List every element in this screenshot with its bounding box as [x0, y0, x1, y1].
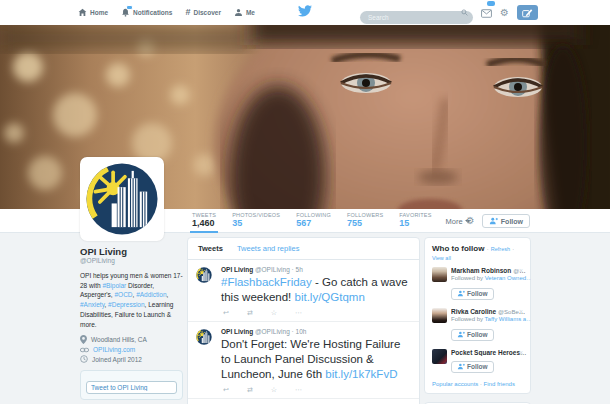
suggestion-follow-button[interactable]: Follow — [451, 329, 494, 341]
retweet-icon[interactable]: ⇄ — [247, 309, 253, 317]
tweet-author-handle[interactable]: @OPILiving — [255, 328, 290, 335]
view-all-link[interactable]: View all — [432, 255, 451, 261]
followed-by-account-link[interactable]: Veteran Owned… — [485, 275, 531, 281]
profile-actions-gear-icon[interactable]: ⚙ — [466, 216, 475, 226]
tweet-avatar[interactable] — [196, 329, 212, 345]
discover-hash-icon: # — [185, 8, 190, 17]
tweet-actions: ↩ ⇄ ☆ ⋯ — [223, 386, 409, 394]
favorite-icon[interactable]: ☆ — [271, 309, 277, 317]
dismiss-suggestion-icon[interactable]: × — [519, 308, 523, 315]
dismiss-suggestion-icon[interactable]: × — [519, 349, 523, 356]
follow-button-label: Follow — [501, 218, 523, 225]
stat-followers-value: 755 — [347, 218, 383, 229]
followed-by-text: Followed by — [451, 275, 485, 281]
separator-dot: · — [487, 246, 489, 252]
stat-followers[interactable]: FOLLOWERS 755 — [345, 209, 385, 233]
tweet-avatar[interactable] — [196, 267, 212, 283]
tweet-author-name[interactable]: OPI Living — [221, 266, 253, 273]
tweet[interactable]: OPI Living @OPILiving · 5h #FlashbackFri… — [188, 260, 419, 322]
retweet-icon[interactable]: ⇄ — [247, 386, 253, 394]
suggestion-name[interactable]: Markham Robinson — [451, 267, 511, 274]
search-icon — [461, 9, 468, 16]
nav-discover[interactable]: # Discover — [185, 8, 220, 17]
location-pin-icon — [80, 335, 87, 344]
tweet-hashtag[interactable]: #FlashbackFriday — [221, 276, 312, 288]
tweet-to-input[interactable] — [86, 381, 177, 394]
bio-hashtag-anxiety[interactable]: #Anxiety — [80, 301, 104, 308]
nav-me-label: Me — [246, 9, 255, 16]
bio-hashtag-ocd[interactable]: #OCD — [114, 291, 132, 298]
refresh-link[interactable]: Refresh — [491, 246, 510, 252]
suggestion-avatar[interactable] — [432, 349, 447, 364]
stat-tweets-value: 1,460 — [192, 218, 216, 229]
who-to-follow-card: Who to follow · Refresh · View all × Mar… — [424, 237, 531, 394]
more-actions-icon[interactable]: ⋯ — [295, 386, 302, 394]
twitter-bird-logo[interactable] — [298, 5, 312, 17]
stat-favorites-value: 15 — [399, 218, 431, 229]
reply-icon[interactable]: ↩ — [223, 309, 229, 317]
tweet-timestamp[interactable]: · 10h — [292, 328, 307, 335]
nav-home[interactable]: Home — [78, 8, 108, 17]
profile-handle[interactable]: @OPILiving — [80, 257, 183, 264]
tweet-link[interactable]: bit.ly/QGtqmn — [295, 291, 365, 303]
nav-me[interactable]: Me — [234, 8, 255, 17]
popular-accounts-link[interactable]: Popular accounts — [432, 381, 478, 387]
profile-bio: OPI helps young men & women 17-28 with #… — [80, 271, 183, 330]
nav-notifications[interactable]: Notifications — [121, 8, 172, 17]
suggestion-avatar[interactable] — [432, 267, 447, 282]
bio-hashtag-bipolar[interactable]: #Bipolar — [102, 282, 126, 289]
stat-photos-value: 35 — [232, 218, 280, 229]
envelope-icon — [481, 9, 492, 18]
more-actions-icon[interactable]: ⋯ — [295, 309, 302, 317]
tweet-author-handle[interactable]: @OPILiving — [255, 266, 290, 273]
suggestion-follow-button[interactable]: Follow — [451, 288, 494, 300]
settings-gear-icon[interactable]: ⚙ — [500, 8, 509, 18]
find-friends-link[interactable]: Find friends — [484, 381, 515, 387]
profile-avatar[interactable] — [80, 157, 164, 241]
profile-location: Woodland Hills, CA — [91, 336, 147, 343]
stat-photos-videos[interactable]: PHOTOS/VIDEOS 35 — [230, 209, 282, 233]
search-input[interactable] — [360, 11, 473, 24]
compose-tweet-button[interactable] — [517, 5, 538, 20]
dismiss-suggestion-icon[interactable]: × — [519, 267, 523, 274]
suggestion-follow-button[interactable]: Follow — [451, 361, 494, 373]
bio-text: , — [167, 291, 169, 298]
tab-tweets[interactable]: Tweets — [198, 244, 223, 253]
follow-suggestion: × Pocket Square Heroes @PS… Follow — [432, 349, 523, 374]
suggestion-name[interactable]: Rivka Caroline — [451, 308, 496, 315]
tweet-author-name[interactable]: OPI Living — [221, 328, 253, 335]
reply-icon[interactable]: ↩ — [223, 386, 229, 394]
direct-messages-button[interactable] — [481, 4, 492, 22]
follow-person-icon — [457, 290, 465, 297]
profile-location-row: Woodland Hills, CA — [80, 335, 183, 344]
tweet-timestamp[interactable]: · 5h — [292, 266, 303, 273]
stat-favorites[interactable]: FAVORITES 15 — [397, 209, 433, 233]
tweet-link[interactable]: bit.ly/1k7kFvD — [325, 368, 397, 380]
followed-by-line: Followed by Veteran Owned… — [451, 275, 531, 281]
follow-suggestion: × Markham Robinson @Brave… Followed by V… — [432, 267, 523, 301]
nav-home-label: Home — [90, 9, 108, 16]
follow-button[interactable]: Follow — [482, 214, 530, 228]
tweet[interactable]: OPI Living @OPILiving · 10h Don't Forget… — [188, 322, 419, 399]
opi-logo — [196, 329, 212, 345]
tweet-text: Don't Forget: We're Hosting Failure to L… — [221, 337, 409, 382]
home-icon — [78, 8, 87, 17]
nav-left-group: Home Notifications # Discover Me — [78, 8, 255, 17]
profile-website-link[interactable]: OPILiving.com — [93, 346, 135, 353]
tab-tweets-and-replies[interactable]: Tweets and replies — [237, 244, 300, 253]
tweets-timeline: Tweets Tweets and replies OPI Living @OP… — [187, 237, 420, 404]
suggestion-name[interactable]: Pocket Square Heroes — [451, 349, 527, 356]
tweet[interactable]: OPI Living @OPILiving · May 29 #TW Happi… — [188, 399, 419, 404]
suggestion-avatar[interactable] — [432, 308, 447, 323]
favorite-icon[interactable]: ☆ — [271, 386, 277, 394]
stat-following[interactable]: FOLLOWING 567 — [294, 209, 333, 233]
followed-by-account-link[interactable]: Taffy Williams a… — [485, 316, 531, 322]
link-icon — [80, 347, 89, 353]
stat-tweets[interactable]: TWEETS 1,460 — [190, 209, 218, 233]
bio-hashtag-depression[interactable]: #Depression — [108, 301, 145, 308]
top-nav: Home Notifications # Discover Me — [0, 0, 610, 25]
profile-name[interactable]: OPI Living — [80, 246, 183, 257]
twitter-profile-page: Home Notifications # Discover Me — [0, 0, 610, 404]
bio-hashtag-addiction[interactable]: #Addiction — [136, 291, 166, 298]
tweet-to-panel — [80, 370, 183, 400]
